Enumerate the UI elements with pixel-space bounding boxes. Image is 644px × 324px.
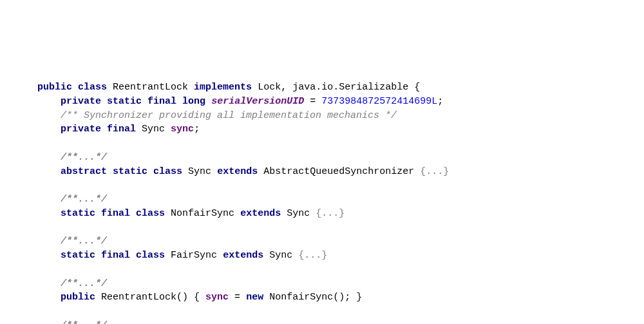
line-2: private static final long serialVersionU…: [37, 96, 443, 107]
field-serialversionuid: serialVersionUID: [211, 96, 304, 107]
keyword-final: final: [147, 96, 176, 107]
keyword-static: static: [61, 208, 95, 219]
keyword-static: static: [107, 96, 142, 107]
number-literal: 7373984872572414699L: [321, 96, 437, 107]
equals: =: [304, 96, 321, 107]
keyword-new: new: [246, 292, 263, 303]
keyword-static: static: [61, 250, 95, 261]
doc-comment: /** Synchronizer providing all implement…: [61, 110, 397, 121]
keyword-abstract: abstract: [61, 166, 107, 177]
fold-marker[interactable]: {...}: [420, 166, 449, 177]
line-12: public ReentrantLock() { sync = new Nonf…: [37, 292, 362, 303]
line-13: /**...*/: [37, 320, 107, 324]
keyword-public: public: [37, 82, 72, 93]
code-block: public class ReentrantLock implements Lo…: [37, 81, 607, 324]
keyword-private: private: [61, 124, 101, 135]
class-name: NonfairSync: [171, 208, 234, 219]
doc-comment: /**...*/: [61, 236, 107, 247]
class-name: ReentrantLock: [113, 82, 188, 93]
doc-comment: /**...*/: [61, 152, 107, 163]
line-3: /** Synchronizer providing all implement…: [37, 110, 397, 121]
keyword-extends: extends: [217, 166, 258, 177]
parent-class: Sync: [287, 208, 310, 219]
interfaces: Lock, java.io.Serializable {: [258, 82, 420, 93]
semicolon: ;: [194, 124, 200, 135]
doc-comment: /**...*/: [61, 194, 107, 205]
keyword-final: final: [101, 208, 130, 219]
keyword-extends: extends: [240, 208, 281, 219]
fold-marker[interactable]: {...}: [298, 250, 327, 261]
keyword-long: long: [182, 96, 205, 107]
field-sync: sync: [205, 292, 229, 303]
line-5: /**...*/: [37, 152, 107, 163]
line-9: /**...*/: [37, 236, 107, 247]
line-1: public class ReentrantLock implements Lo…: [37, 82, 420, 93]
equals: =: [229, 292, 246, 303]
doc-comment: /**...*/: [61, 278, 107, 289]
fold-marker[interactable]: {...}: [316, 208, 345, 219]
keyword-implements: implements: [194, 82, 252, 93]
brace: {: [188, 292, 205, 303]
class-name: FairSync: [171, 250, 217, 261]
doc-comment: /**...*/: [61, 320, 107, 324]
keyword-class: class: [153, 166, 182, 177]
keyword-final: final: [101, 250, 130, 261]
line-6: abstract static class Sync extends Abstr…: [37, 166, 449, 177]
line-10: static final class FairSync extends Sync…: [37, 250, 327, 261]
keyword-extends: extends: [223, 250, 263, 261]
field-sync: sync: [171, 124, 194, 135]
class-ref: NonfairSync(); }: [263, 292, 362, 303]
keyword-private: private: [61, 96, 101, 107]
keyword-class: class: [136, 208, 165, 219]
keyword-class: class: [136, 250, 165, 261]
line-8: static final class NonfairSync extends S…: [37, 208, 345, 219]
keyword-static: static: [113, 166, 147, 177]
class-name: Sync: [188, 166, 211, 177]
keyword-final: final: [107, 124, 136, 135]
keyword-public: public: [61, 292, 95, 303]
type-sync: Sync: [142, 124, 165, 135]
line-7: /**...*/: [37, 194, 107, 205]
line-11: /**...*/: [37, 278, 107, 289]
parent-class: AbstractQueuedSynchronizer: [263, 166, 414, 177]
line-4: private final Sync sync;: [37, 124, 200, 135]
keyword-class: class: [78, 82, 107, 93]
parent-class: Sync: [269, 250, 292, 261]
semicolon: ;: [437, 96, 443, 107]
constructor: ReentrantLock(): [101, 292, 188, 303]
